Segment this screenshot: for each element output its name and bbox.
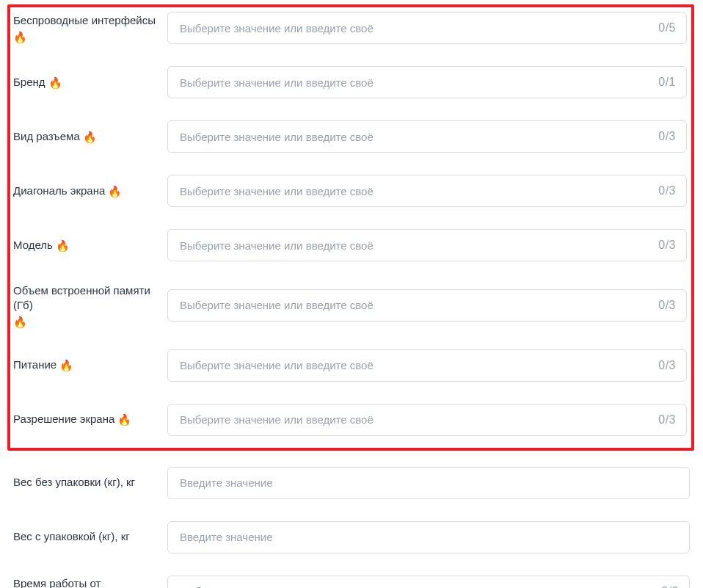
- attribute-input[interactable]: [180, 476, 642, 489]
- attribute-label-cell: Вес без упаковки (кг), кг: [13, 475, 167, 490]
- attribute-label: Время работы от аккумулятора: [13, 576, 159, 588]
- attribute-label: Модель: [13, 238, 53, 253]
- attribute-input[interactable]: [180, 359, 639, 371]
- attribute-label: Бренд: [13, 75, 45, 90]
- highlighted-attributes-box: Беспроводные интерфейсы 🔥 0/5 Бренд 🔥 0/…: [7, 4, 694, 451]
- attribute-label-cell: Вид разъема 🔥: [13, 129, 167, 144]
- attribute-field[interactable]: 0/3: [167, 349, 687, 382]
- attribute-label-cell: Модель 🔥: [13, 238, 167, 253]
- attribute-input-cell: [167, 467, 690, 499]
- attribute-input[interactable]: [180, 413, 639, 426]
- attribute-input[interactable]: [180, 531, 642, 543]
- attribute-field[interactable]: 0/3: [167, 576, 690, 589]
- fire-icon: 🔥: [13, 32, 27, 43]
- attribute-input-cell: 0/3: [167, 404, 687, 436]
- attribute-label-cell: Время работы от аккумулятора: [13, 576, 167, 588]
- attribute-input[interactable]: [180, 185, 639, 197]
- value-counter: 0/3: [661, 585, 679, 589]
- attribute-input-cell: 0/3: [167, 289, 687, 322]
- attribute-field[interactable]: 0/3: [167, 404, 687, 436]
- attribute-input-cell: 0/3: [167, 576, 690, 589]
- attribute-label: Объем встроенной памяти (Гб): [13, 283, 159, 313]
- value-counter: 0/3: [658, 130, 676, 143]
- attribute-row: Бренд 🔥 0/1: [13, 66, 687, 98]
- attribute-label-cell: Беспроводные интерфейсы 🔥: [13, 13, 167, 42]
- attribute-label: Разрешение экрана: [13, 412, 114, 427]
- attribute-input-cell: 0/3: [167, 349, 687, 382]
- attribute-input-cell: 0/5: [167, 12, 687, 44]
- form-rows: Беспроводные интерфейсы 🔥 0/5 Бренд 🔥 0/…: [13, 9, 690, 588]
- attribute-row: Модель 🔥 0/3: [13, 229, 687, 261]
- attribute-label: Беспроводные интерфейсы: [13, 13, 156, 28]
- fire-icon: 🔥: [48, 77, 62, 88]
- fire-icon: 🔥: [13, 316, 27, 327]
- attribute-label-cell: Объем встроенной памяти (Гб) 🔥: [13, 283, 167, 327]
- value-counter: 0/3: [658, 359, 676, 372]
- attribute-row: Вес без упаковки (кг), кг: [13, 467, 690, 499]
- attribute-label: Питание: [13, 357, 57, 372]
- attribute-field[interactable]: 0/1: [167, 66, 687, 98]
- value-counter: 0/3: [658, 299, 676, 312]
- attribute-input[interactable]: [180, 585, 642, 588]
- attribute-row: Вид разъема 🔥 0/3: [13, 120, 687, 153]
- attribute-row: Время работы от аккумулятора 0/3: [13, 576, 690, 589]
- attribute-input-cell: 0/1: [167, 66, 687, 98]
- attribute-label-cell: Разрешение экрана 🔥: [13, 412, 167, 427]
- attribute-label-cell: Бренд 🔥: [13, 75, 167, 90]
- attribute-field[interactable]: 0/5: [167, 12, 687, 44]
- attribute-field[interactable]: [167, 467, 690, 499]
- attribute-field[interactable]: 0/3: [167, 289, 687, 322]
- attribute-label-cell: Питание 🔥: [13, 357, 167, 372]
- attribute-label: Вид разъема: [13, 129, 80, 144]
- value-counter: 0/3: [658, 239, 676, 252]
- fire-icon: 🔥: [59, 360, 73, 371]
- attribute-label: Вес с упаковкой (кг), кг: [13, 529, 130, 544]
- attribute-row: Объем встроенной памяти (Гб) 🔥 0/3: [13, 283, 687, 327]
- fire-icon: 🔥: [108, 186, 122, 197]
- attribute-input[interactable]: [180, 239, 639, 252]
- attribute-field[interactable]: 0/3: [167, 120, 687, 153]
- attribute-input-cell: 0/3: [167, 229, 687, 261]
- value-counter: 0/3: [658, 184, 676, 197]
- attribute-row: Питание 🔥 0/3: [13, 349, 687, 382]
- attribute-input[interactable]: [180, 22, 639, 35]
- value-counter: 0/5: [658, 21, 676, 35]
- attribute-row: Разрешение экрана 🔥 0/3: [13, 404, 687, 436]
- attribute-input[interactable]: [180, 76, 639, 89]
- attribute-input-cell: [167, 521, 690, 553]
- fire-icon: 🔥: [117, 414, 131, 425]
- attribute-input[interactable]: [180, 131, 639, 143]
- attribute-row: Вес с упаковкой (кг), кг: [13, 521, 690, 553]
- attribute-label-cell: Вес с упаковкой (кг), кг: [13, 529, 167, 544]
- value-counter: 0/3: [658, 413, 676, 427]
- attribute-row: Беспроводные интерфейсы 🔥 0/5: [13, 12, 687, 44]
- attribute-field[interactable]: [167, 521, 690, 553]
- attribute-input[interactable]: [180, 299, 639, 311]
- fire-icon: 🔥: [83, 131, 97, 142]
- value-counter: 0/1: [658, 76, 676, 89]
- attribute-input-cell: 0/3: [167, 175, 687, 207]
- attribute-field[interactable]: 0/3: [167, 229, 687, 261]
- attribute-field[interactable]: 0/3: [167, 175, 687, 207]
- attribute-row: Диагональ экрана 🔥 0/3: [13, 175, 687, 207]
- attribute-label: Диагональ экрана: [13, 184, 105, 198]
- attribute-input-cell: 0/3: [167, 120, 687, 153]
- attribute-label-cell: Диагональ экрана 🔥: [13, 184, 167, 198]
- attribute-label: Вес без упаковки (кг), кг: [13, 475, 135, 490]
- fire-icon: 🔥: [56, 240, 70, 251]
